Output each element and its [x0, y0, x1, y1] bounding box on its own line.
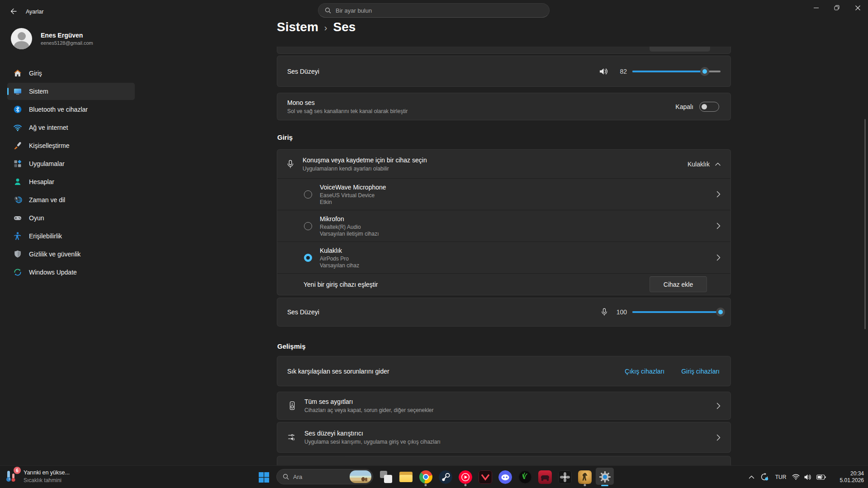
- system-icon: [13, 87, 22, 96]
- input-device-header[interactable]: Konuşma veya kaydetme için bir cihaz seç…: [277, 150, 730, 178]
- chevron-right-icon: [716, 254, 721, 261]
- volume-mixer-row[interactable]: Ses düzeyi karıştırıcı Uygulama sesi kar…: [277, 422, 731, 453]
- radio-checked[interactable]: [304, 254, 312, 262]
- taskbar: 6 Yarınki en yükse... Sıcaklık tahmini A…: [0, 465, 868, 488]
- steam-button[interactable]: [436, 467, 455, 487]
- sidebar-item-network[interactable]: Ağ ve internet: [7, 119, 135, 136]
- sidebar-item-windows-update[interactable]: Windows Update: [7, 264, 135, 281]
- output-volume-slider[interactable]: [632, 67, 721, 76]
- minimize-button[interactable]: [806, 0, 826, 15]
- input-volume-label: Ses Düzeyi: [287, 308, 319, 316]
- chrome-button[interactable]: [417, 467, 435, 487]
- all-sound-devices-row[interactable]: Tüm ses aygıtları Cihazları aç veya kapa…: [277, 392, 731, 420]
- wifi-tray-icon[interactable]: [790, 468, 802, 486]
- youtube-music-button[interactable]: [456, 467, 474, 487]
- profile[interactable]: Enes Ergüven eenes5128@gmail.com: [11, 28, 93, 49]
- back-button[interactable]: [6, 5, 21, 18]
- sidebar-item-personalization[interactable]: Kişiselleştirme: [7, 137, 135, 154]
- task-view-button[interactable]: [377, 467, 395, 487]
- sidebar-item-sistem[interactable]: Sistem: [7, 83, 135, 100]
- mono-toggle[interactable]: [699, 102, 719, 112]
- fan-control-button[interactable]: [556, 467, 574, 487]
- game-controller-icon: [538, 470, 552, 484]
- sidebar-item-bluetooth[interactable]: Bluetooth ve cihazlar: [7, 101, 135, 118]
- device-option-mikrofon[interactable]: Mikrofon Realtek(R) Audio Varsayılan ile…: [277, 210, 730, 242]
- add-device-button[interactable]: Cihaz ekle: [650, 276, 707, 292]
- scrollbar[interactable]: [864, 119, 866, 329]
- close-button[interactable]: [847, 0, 868, 15]
- start-button[interactable]: [255, 468, 273, 486]
- sidebar-item-accounts[interactable]: Hesaplar: [7, 173, 135, 190]
- microphone-icon: [285, 159, 295, 169]
- mixer-title: Ses düzeyi karıştırıcı: [304, 430, 441, 437]
- update-pending-tray-icon[interactable]: [757, 468, 772, 486]
- output-volume-value: 82: [613, 68, 627, 75]
- slider-thumb[interactable]: [700, 67, 709, 76]
- razer-button[interactable]: [516, 467, 534, 487]
- chevron-right-icon: [716, 223, 721, 229]
- razer-icon: [518, 470, 532, 484]
- radio-unchecked[interactable]: [304, 190, 312, 199]
- taskbar-search-placeholder: Ara: [293, 474, 346, 480]
- speaker-icon: [598, 66, 609, 77]
- taskbar-search-input[interactable]: Ara: [276, 469, 373, 484]
- tray-expand-button[interactable]: [745, 468, 757, 486]
- shield-icon: [13, 250, 22, 259]
- input-device-subtitle: Uygulamaların kendi ayarları olabilir: [303, 166, 427, 172]
- search-icon: [283, 474, 289, 480]
- input-volume-slider[interactable]: [632, 308, 721, 317]
- breadcrumb-parent[interactable]: Sistem: [277, 20, 318, 34]
- sidebar-item-accessibility[interactable]: Erişilebilirlik: [7, 227, 135, 245]
- output-device-dropdown-partial[interactable]: [650, 47, 710, 52]
- personalization-icon: [13, 141, 22, 150]
- input-devices-link[interactable]: Giriş cihazları: [681, 368, 720, 375]
- battery-charging-icon: [816, 474, 826, 480]
- device-option-voicewave[interactable]: VoiceWave Microphone EaseUS Virtual Devi…: [277, 178, 730, 210]
- profile-email: eenes5128@gmail.com: [41, 40, 93, 46]
- valorant-button[interactable]: [476, 467, 494, 487]
- advanced-section-header: Gelişmiş: [277, 342, 306, 350]
- all-devices-subtitle: Cihazları aç veya kapat, sorun gider, di…: [304, 407, 434, 413]
- output-volume-label: Ses Düzeyi: [287, 68, 319, 75]
- accounts-icon: [13, 177, 22, 186]
- slider-thumb[interactable]: [716, 308, 725, 317]
- device-option-kulaklik[interactable]: Kulaklık AirPods Pro Varsayılan cihaz: [277, 242, 730, 273]
- widget-subtext: Sıcaklık tahmini: [24, 477, 70, 483]
- apps-icon: [13, 159, 22, 168]
- sidebar-item-apps[interactable]: Uygulamalar: [7, 155, 135, 172]
- weather-widget[interactable]: 6 Yarınki en yükse... Sıcaklık tahmini: [5, 468, 70, 484]
- output-devices-link[interactable]: Çıkış cihazları: [625, 368, 664, 375]
- settings-app-button[interactable]: [596, 467, 614, 487]
- pair-device-label: Yeni bir giriş cihazı eşleştir: [304, 281, 378, 288]
- selected-device-label: Kulaklık: [688, 161, 710, 168]
- restore-button[interactable]: [826, 0, 847, 15]
- pair-device-row: Yeni bir giriş cihazı eşleştir Cihaz ekl…: [277, 273, 730, 295]
- sidebar-item-time-language[interactable]: Zaman ve dil: [7, 191, 135, 208]
- battery-tray-icon[interactable]: [814, 468, 828, 486]
- window-controls: [806, 0, 868, 15]
- network-icon: [13, 123, 22, 132]
- radio-unchecked[interactable]: [304, 222, 312, 230]
- sidebar-item-giris[interactable]: Giriş: [7, 65, 135, 82]
- chrome-icon: [419, 470, 432, 483]
- file-explorer-button[interactable]: [397, 467, 415, 487]
- back-arrow-icon: [10, 8, 17, 15]
- language-indicator[interactable]: TUR: [772, 474, 790, 480]
- game-controller-app-button[interactable]: [536, 467, 554, 487]
- daily-image-thumbnail[interactable]: [350, 470, 371, 483]
- sidebar-item-gaming[interactable]: Oyun: [7, 209, 135, 227]
- clock[interactable]: 20:34 5.01.2026: [831, 470, 864, 484]
- troubleshoot-label: Sık karşılaşılan ses sorunlarını gider: [287, 368, 389, 375]
- counter-strike-button[interactable]: [576, 467, 594, 487]
- output-device-card-partial[interactable]: [277, 47, 731, 54]
- sidebar-nav: Giriş Sistem Bluetooth ve cihazlar Ağ ve…: [7, 65, 135, 282]
- input-volume-row: Ses Düzeyi 100: [277, 298, 731, 327]
- youtube-music-icon: [459, 470, 472, 484]
- mono-subtitle: Sol ve sağ ses kanallarını tek kanal ola…: [287, 108, 408, 114]
- speaker-box-icon: [287, 400, 297, 411]
- sidebar-item-privacy[interactable]: Gizlilik ve güvenlik: [7, 246, 135, 263]
- chevron-right-icon: [716, 403, 721, 409]
- discord-button[interactable]: [496, 467, 514, 487]
- input-device-dropdown[interactable]: Kulaklık: [688, 161, 721, 168]
- volume-tray-icon[interactable]: [802, 468, 814, 486]
